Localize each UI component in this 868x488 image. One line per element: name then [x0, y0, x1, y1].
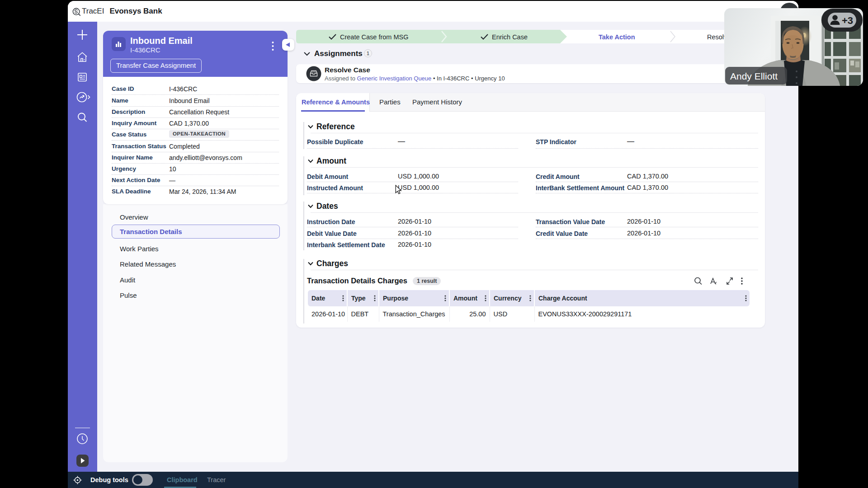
svg-text:Take Action: Take Action	[599, 33, 635, 41]
svg-text:Create Case from MSG: Create Case from MSG	[340, 33, 409, 41]
svg-text:+3: +3	[842, 15, 853, 26]
svg-text:Andy Elliott: Andy Elliott	[730, 71, 778, 81]
svg-text:Enrich Case: Enrich Case	[492, 33, 528, 41]
